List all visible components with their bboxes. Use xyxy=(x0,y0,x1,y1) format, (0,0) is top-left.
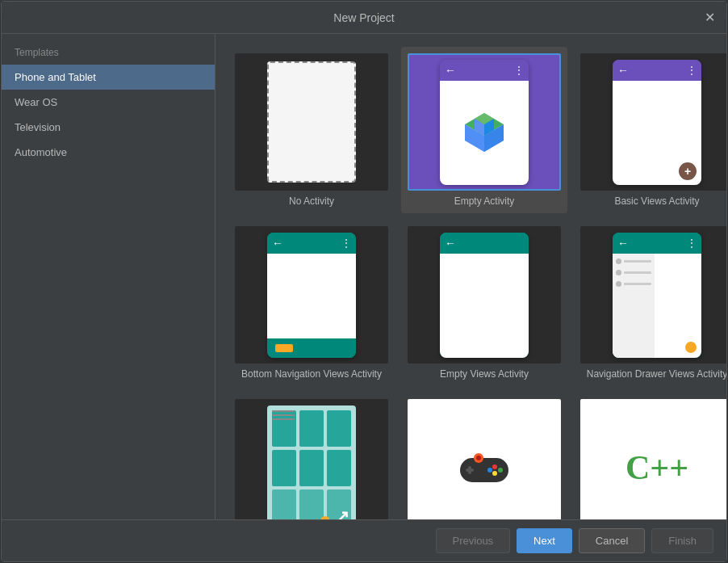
cpp-label: C++ xyxy=(625,448,688,487)
empty-activity-label: Empty Activity xyxy=(454,195,515,207)
svg-rect-9 xyxy=(466,468,474,472)
sidebar: Templates Phone and Tablet Wear OS Telev… xyxy=(2,34,215,519)
more-icon-basic: ⋮ xyxy=(687,65,697,76)
empty-activity-phone: ← ⋮ xyxy=(440,60,529,185)
nav-drawer-preview-wrapper: ← ⋮ xyxy=(580,226,726,363)
responsive-views-preview-wrapper: ↗ xyxy=(235,399,388,519)
template-responsive-views[interactable]: ↗ Responsive Views Activity xyxy=(228,393,395,519)
back-icon-empty-views: ← xyxy=(445,237,456,250)
empty-activity-preview-wrapper: ← ⋮ xyxy=(408,53,561,191)
cpp-preview: C++ xyxy=(613,405,701,520)
bottom-nav-phone: ← ⋮ xyxy=(267,233,356,358)
template-empty-activity[interactable]: ← ⋮ xyxy=(401,47,567,213)
no-activity-label: No Activity xyxy=(289,195,334,207)
more-icon-drawer: ⋮ xyxy=(687,237,697,249)
cancel-button[interactable]: Cancel xyxy=(579,528,645,553)
new-project-dialog: New Project ✕ Templates Phone and Tablet… xyxy=(1,1,727,562)
finish-button[interactable]: Finish xyxy=(651,528,713,553)
template-nav-drawer[interactable]: ← ⋮ xyxy=(574,220,726,386)
fab-icon: + xyxy=(679,162,697,180)
sidebar-item-wear-os[interactable]: Wear OS xyxy=(2,90,215,115)
dialog-title: New Project xyxy=(333,11,394,24)
template-game-activity[interactable]: Game Activity xyxy=(401,393,567,519)
no-activity-preview xyxy=(267,61,356,183)
svg-point-15 xyxy=(476,456,481,460)
dialog-title-bar: New Project ✕ xyxy=(2,2,726,34)
gamepad-icon xyxy=(456,446,513,490)
cube-icon xyxy=(462,110,507,155)
nav-drawer-phone: ← ⋮ xyxy=(613,233,701,358)
sidebar-section-templates: Templates xyxy=(2,44,215,65)
empty-views-phone: ← xyxy=(440,233,529,358)
game-preview xyxy=(440,405,529,520)
basic-views-phone: ← ⋮ + xyxy=(613,60,701,185)
sidebar-item-phone-tablet[interactable]: Phone and Tablet xyxy=(2,65,215,90)
templates-grid: No Activity ← ⋮ xyxy=(215,34,726,519)
empty-views-label: Empty Views Activity xyxy=(440,368,529,380)
responsive-grid: ↗ xyxy=(267,405,356,520)
basic-views-preview-wrapper: ← ⋮ + xyxy=(580,53,726,191)
svg-point-13 xyxy=(492,471,497,476)
bottom-nav-preview-wrapper: ← ⋮ xyxy=(235,226,388,363)
no-activity-preview-wrapper xyxy=(235,53,388,191)
empty-views-preview-wrapper: ← xyxy=(408,226,561,363)
back-icon-bottom: ← xyxy=(272,237,283,250)
bottom-bar xyxy=(267,338,356,358)
drawer-fab-dot xyxy=(685,342,697,353)
template-basic-views-activity[interactable]: ← ⋮ + Basic Views Activity xyxy=(574,47,726,213)
template-empty-views[interactable]: ← Empty Views Activity xyxy=(401,220,567,386)
more-icon-bottom: ⋮ xyxy=(341,237,351,249)
native-cpp-preview-wrapper: C++ xyxy=(580,399,726,519)
nav-drawer-label: Navigation Drawer Views Activity xyxy=(587,368,726,380)
back-icon-drawer: ← xyxy=(617,237,629,250)
dialog-footer: Previous Next Cancel Finish xyxy=(2,519,726,561)
svg-point-12 xyxy=(487,468,492,473)
template-no-activity[interactable]: No Activity xyxy=(228,47,395,213)
svg-point-11 xyxy=(498,468,503,473)
svg-point-10 xyxy=(492,464,497,469)
previous-button[interactable]: Previous xyxy=(436,528,511,553)
dialog-body: Templates Phone and Tablet Wear OS Telev… xyxy=(2,34,726,519)
back-arrow-icon: ← xyxy=(445,64,456,77)
close-button[interactable]: ✕ xyxy=(701,9,718,27)
more-icon: ⋮ xyxy=(514,65,524,76)
arrow-icon: ↗ xyxy=(336,508,349,520)
next-button[interactable]: Next xyxy=(517,528,572,553)
basic-views-label: Basic Views Activity xyxy=(614,195,699,207)
back-icon-basic: ← xyxy=(617,64,629,77)
sidebar-item-automotive[interactable]: Automotive xyxy=(2,140,215,165)
sidebar-item-television[interactable]: Television xyxy=(2,115,215,140)
game-activity-preview-wrapper xyxy=(408,399,561,519)
template-native-cpp[interactable]: C++ Native C++ xyxy=(574,393,726,519)
template-bottom-nav[interactable]: ← ⋮ Bottom Navigation Views Activity xyxy=(228,220,395,386)
bottom-nav-label: Bottom Navigation Views Activity xyxy=(241,368,382,380)
